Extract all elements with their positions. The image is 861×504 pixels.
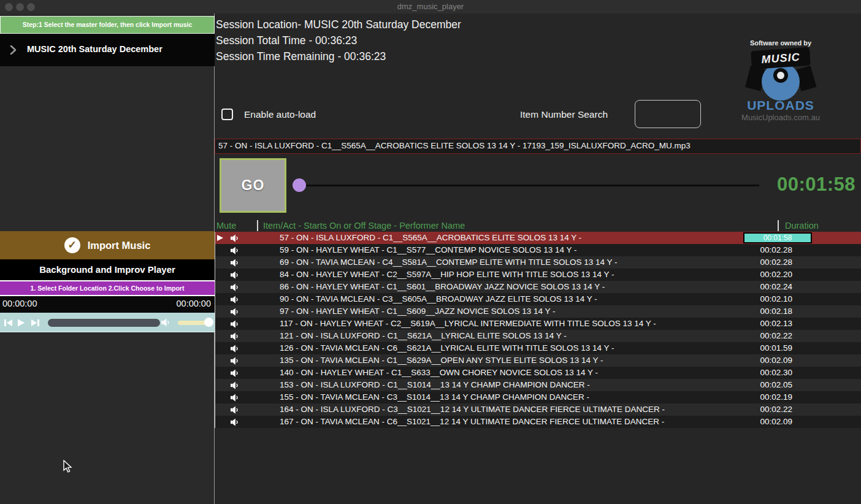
session-info: Session Location- MUSIC 20th Saturday De… xyxy=(216,17,461,64)
track-duration: 00:02.24 xyxy=(760,282,792,291)
speaker-icon[interactable] xyxy=(231,283,239,294)
track-duration: 00:02.19 xyxy=(760,392,792,402)
track-title: 57 - ON - ISLA LUXFORD - C1__S565A__ACRO… xyxy=(280,233,581,242)
track-row[interactable]: 135 - ON - TAVIA MCLEAN - C1__S629A__OPE… xyxy=(215,354,861,367)
speaker-icon[interactable] xyxy=(231,270,239,281)
play-indicator-icon xyxy=(217,235,223,241)
track-duration: 00:02.22 xyxy=(760,405,792,414)
speaker-icon[interactable] xyxy=(231,246,239,257)
header-mute: Mute xyxy=(216,221,236,231)
speaker-icon[interactable] xyxy=(231,295,239,306)
track-row[interactable]: 153 - ON - ISLA LUXFORD - C1__S1014__13 … xyxy=(215,379,861,391)
track-title: 121 - ON - ISLA LUXFORD - C1__S621A__LYR… xyxy=(280,331,567,340)
speaker-icon[interactable] xyxy=(231,393,239,404)
logo-music-text: MUSIC xyxy=(751,47,811,70)
track-title: 126 - ON - TAVIA MCLEAN - C6__S621A__LYR… xyxy=(280,343,614,353)
track-duration: 00:02.09 xyxy=(760,356,792,365)
track-row[interactable]: 57 - ON - ISLA LUXFORD - C1__S565A__ACRO… xyxy=(215,232,861,244)
header-divider xyxy=(257,220,258,231)
track-duration: 00:02.10 xyxy=(760,294,792,304)
track-row[interactable]: 86 - ON - HAYLEY WHEAT - C1__S601__BROAD… xyxy=(215,281,861,293)
track-list-header: Mute Item/Act - Starts On or Off Stage -… xyxy=(215,220,861,232)
app-window: dmz_music_player Step:1 Select the maste… xyxy=(0,0,861,504)
speaker-icon[interactable] xyxy=(231,307,239,318)
seek-slider-thumb[interactable] xyxy=(293,178,306,192)
background-player-title: Background and Improv Player xyxy=(0,259,215,280)
track-title: 164 - ON - ISLA LUXFORD - C3__S1021__12 … xyxy=(280,405,665,414)
track-title: 84 - ON - HAYLEY WHEAT - C2__S597A__HIP … xyxy=(280,270,614,279)
track-row[interactable]: 126 - ON - TAVIA MCLEAN - C6__S621A__LYR… xyxy=(215,342,861,354)
header-divider xyxy=(778,220,779,231)
next-track-icon[interactable] xyxy=(31,318,40,329)
music-uploads-logo: MUSIC xyxy=(744,49,817,105)
track-title: 90 - ON - TAVIA MCLEAN - C3__S605A__BROA… xyxy=(280,294,597,304)
track-row[interactable]: 167 - ON - TAVIA MCLEAN - C6__S1021__12 … xyxy=(215,416,861,428)
go-button[interactable]: GO xyxy=(220,158,286,213)
speaker-icon[interactable] xyxy=(231,405,239,416)
track-row[interactable]: 164 - ON - ISLA LUXFORD - C3__S1021__12 … xyxy=(215,403,861,416)
now-playing-bar: 57 - ON - ISLA LUXFORD - C1__S565A__ACRO… xyxy=(215,139,861,154)
speaker-icon[interactable] xyxy=(231,332,239,343)
track-row[interactable]: 97 - ON - HAYLEY WHEAT - C1__S609__JAZZ … xyxy=(215,305,861,318)
volume-icon[interactable] xyxy=(161,318,170,329)
track-duration: 00:02.28 xyxy=(760,258,792,267)
track-row[interactable]: 84 - ON - HAYLEY WHEAT - C2__S597A__HIP … xyxy=(215,269,861,281)
track-title: 117 - ON - HAYLEY WHEAT - C2__S619A__LYR… xyxy=(280,319,656,328)
item-number-search-label: Item Number Search xyxy=(520,109,608,120)
speaker-icon[interactable] xyxy=(231,234,239,245)
track-row[interactable]: 155 - ON - TAVIA MCLEAN - C3__S1014__13 … xyxy=(215,391,861,403)
item-number-search-input[interactable] xyxy=(635,100,701,128)
folder-location-banner: 1. Select Folder Location 2.Click Choose… xyxy=(0,280,215,296)
elapsed-time: 00:00:00 xyxy=(2,299,37,308)
track-title: 59 - ON - HAYLEY WHEAT - C1__S577__CONTE… xyxy=(280,245,576,254)
check-icon: ✓ xyxy=(64,237,80,253)
chevron-right-icon[interactable] xyxy=(10,45,17,57)
track-row[interactable]: 117 - ON - HAYLEY WHEAT - C2__S619A__LYR… xyxy=(215,318,861,330)
track-title: 167 - ON - TAVIA MCLEAN - C6__S1021__12 … xyxy=(280,417,664,426)
track-title: 69 - ON - TAVIA MCLEAN - C4__S581A__CONT… xyxy=(280,258,617,267)
track-duration: 00:02.28 xyxy=(760,245,792,254)
previous-track-icon[interactable] xyxy=(4,318,13,329)
speaker-icon[interactable] xyxy=(231,381,239,392)
import-music-button[interactable]: ✓ Import Music xyxy=(0,231,215,259)
track-title: 135 - ON - TAVIA MCLEAN - C1__S629A__OPE… xyxy=(280,356,603,365)
mini-player-bar xyxy=(0,313,215,332)
sidebar: Step:1 Select the master folder, then cl… xyxy=(0,13,215,504)
speaker-icon[interactable] xyxy=(231,418,239,429)
session-location: Session Location- MUSIC 20th Saturday De… xyxy=(216,17,461,32)
speaker-icon[interactable] xyxy=(231,356,239,367)
enable-autoload-checkbox[interactable] xyxy=(221,109,233,120)
logo-website: MusicUploads.com.au xyxy=(729,113,833,122)
mini-player-progress-bar[interactable] xyxy=(48,319,160,327)
volume-slider-thumb[interactable] xyxy=(204,318,213,327)
track-row[interactable]: 69 - ON - TAVIA MCLEAN - C4__S581A__CONT… xyxy=(215,256,861,269)
owned-by-label: Software owned by xyxy=(729,39,833,47)
track-title: 140 - ON - HAYLEY WHEAT - C1__S633__OWN … xyxy=(280,368,598,377)
play-icon[interactable] xyxy=(17,318,25,329)
track-duration: 00:02.18 xyxy=(760,307,792,316)
track-title: 86 - ON - HAYLEY WHEAT - C1__S601__BROAD… xyxy=(280,282,605,291)
speaker-icon[interactable] xyxy=(231,368,239,380)
track-row[interactable]: 59 - ON - HAYLEY WHEAT - C1__S577__CONTE… xyxy=(215,244,861,256)
player-times: 00:00:00 00:00:00 xyxy=(0,296,215,313)
track-duration: 00:02.20 xyxy=(760,270,792,279)
session-total-time: Session Total Time - 00:36:23 xyxy=(216,32,461,48)
folder-tree-item[interactable]: MUSIC 20th Saturday December xyxy=(27,44,163,54)
track-title: 155 - ON - TAVIA MCLEAN - C3__S1014__13 … xyxy=(280,392,589,402)
track-title: 97 - ON - HAYLEY WHEAT - C1__S609__JAZZ … xyxy=(280,307,555,316)
track-row[interactable]: 90 - ON - TAVIA MCLEAN - C3__S605A__BROA… xyxy=(215,293,861,305)
mouse-cursor-icon xyxy=(63,460,72,475)
window-title: dmz_music_player xyxy=(0,2,861,11)
track-row[interactable]: 140 - ON - HAYLEY WHEAT - C1__S633__OWN … xyxy=(215,367,861,379)
speaker-icon[interactable] xyxy=(231,258,239,269)
branding: Software owned by MUSIC UPLOADS MusicUpl… xyxy=(729,39,833,122)
main-panel: Session Location- MUSIC 20th Saturday De… xyxy=(215,13,861,504)
title-bar: dmz_music_player xyxy=(0,0,861,13)
seek-slider-track[interactable] xyxy=(293,185,759,186)
track-duration: 00:01:58 xyxy=(743,232,812,243)
track-duration: 00:02.09 xyxy=(760,417,792,426)
speaker-icon[interactable] xyxy=(231,344,239,355)
track-duration: 00:02.22 xyxy=(760,331,792,340)
speaker-icon[interactable] xyxy=(231,319,239,330)
track-row[interactable]: 121 - ON - ISLA LUXFORD - C1__S621A__LYR… xyxy=(215,330,861,342)
